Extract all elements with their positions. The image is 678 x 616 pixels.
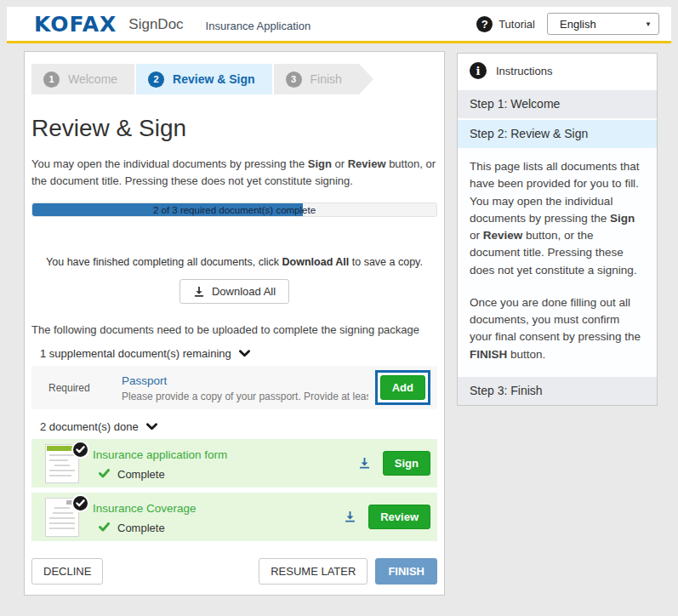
tab-finish[interactable]: 3 Finish <box>274 64 359 94</box>
download-all-label: Download All <box>212 285 276 298</box>
download-doc-icon[interactable] <box>358 457 371 470</box>
done-doc-row: Insurance Coverage Complete Review <box>31 493 437 541</box>
document-thumbnail[interactable] <box>45 444 79 483</box>
language-select[interactable]: English ▼ <box>547 13 659 35</box>
signing-main-panel: 1 Welcome 2 Review & Sign 3 Finish Revie… <box>24 51 445 596</box>
language-selected-value: English <box>560 18 596 31</box>
review-button[interactable]: Review <box>368 505 430 529</box>
page-title: Review & Sign <box>31 115 437 142</box>
upload-note: The following documents need to be uploa… <box>31 323 437 336</box>
step-1-number-badge: 1 <box>43 71 60 88</box>
download-all-button[interactable]: Download All <box>179 279 289 304</box>
instructions-header: i Instructions <box>458 54 657 88</box>
document-thumbnail[interactable] <box>45 498 79 537</box>
add-button[interactable]: Add <box>380 375 425 400</box>
chevron-down-icon <box>239 347 250 360</box>
tab-welcome-label: Welcome <box>68 72 117 86</box>
complete-check-icon <box>99 468 110 481</box>
finished-note: You have finished completing all documen… <box>31 256 437 268</box>
info-icon: i <box>470 62 487 79</box>
download-icon <box>193 286 205 298</box>
tab-review-sign-label: Review & Sign <box>173 72 254 86</box>
supplemental-doc-title-link[interactable]: Passport <box>122 374 167 387</box>
supplemental-doc-row: Required Passport Please provide a copy … <box>31 366 437 409</box>
tutorial-link[interactable]: Tutorial <box>499 18 535 31</box>
done-section-toggle[interactable]: 2 document(s) done <box>40 420 437 433</box>
done-doc-title-link[interactable]: Insurance Coverage <box>93 502 197 515</box>
intro-text: You may open the individual documents by… <box>31 156 440 190</box>
tab-review-sign[interactable]: 2 Review & Sign <box>136 64 271 94</box>
supplemental-section-toggle[interactable]: 1 supplemental document(s) remaining <box>40 347 437 360</box>
complete-check-icon <box>99 522 110 534</box>
instructions-title: Instructions <box>496 65 552 77</box>
accordion-step-2-body: This page lists all documents that have … <box>458 148 657 375</box>
accordion-step-1[interactable]: Step 1: Welcome <box>458 88 657 118</box>
download-doc-icon[interactable] <box>344 510 356 523</box>
completed-check-badge <box>71 441 89 459</box>
accordion-step-2[interactable]: Step 2: Review & Sign <box>458 118 657 148</box>
add-button-focus-outline: Add <box>375 370 430 405</box>
kofax-logo: KOFAX <box>34 12 117 37</box>
sign-button[interactable]: Sign <box>383 451 430 476</box>
wizard-steps: 1 Welcome 2 Review & Sign 3 Finish <box>31 64 437 94</box>
product-name: SignDoc <box>128 16 183 33</box>
completed-check-badge <box>71 494 89 512</box>
done-section-label: 2 document(s) done <box>40 420 139 433</box>
finish-button[interactable]: FINISH <box>375 558 437 585</box>
step-3-number-badge: 3 <box>286 71 302 88</box>
accordion-step-3[interactable]: Step 3: Finish <box>458 375 657 405</box>
step-2-number-badge: 2 <box>148 71 164 88</box>
instructions-panel: i Instructions Step 1: Welcome Step 2: R… <box>457 53 658 406</box>
progress-label: 2 of 3 required document(s) complete <box>32 203 436 217</box>
done-doc-title-link[interactable]: Insurance application form <box>93 448 227 461</box>
progress-bar: 2 of 3 required document(s) complete <box>31 202 437 217</box>
dropdown-arrow-icon: ▼ <box>645 20 652 28</box>
help-icon[interactable]: ? <box>476 16 493 32</box>
complete-status-label: Complete <box>117 468 165 481</box>
resume-later-button[interactable]: RESUME LATER <box>259 558 367 585</box>
package-title: Insurance Application <box>206 20 311 32</box>
chevron-down-icon <box>146 420 157 433</box>
tab-finish-label: Finish <box>311 72 342 86</box>
app-header: KOFAX SignDoc Insurance Application ? Tu… <box>7 7 671 43</box>
decline-button[interactable]: DECLINE <box>31 558 103 585</box>
done-doc-row: Insurance application form Complete Sign <box>31 439 437 488</box>
required-label: Required <box>48 382 122 394</box>
supplemental-section-label: 1 supplemental document(s) remaining <box>40 347 231 360</box>
tab-welcome[interactable]: 1 Welcome <box>31 64 134 94</box>
complete-status-label: Complete <box>117 522 165 534</box>
supplemental-doc-description: Please provide a copy of your passport. … <box>122 391 368 402</box>
action-footer: DECLINE RESUME LATER FINISH <box>31 558 437 585</box>
